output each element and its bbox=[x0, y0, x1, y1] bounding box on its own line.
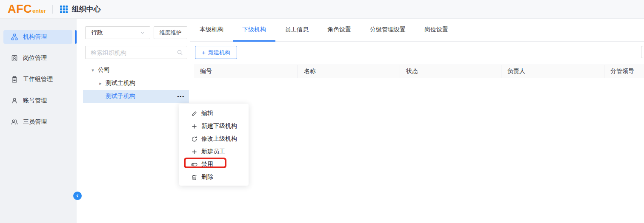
caret-right-icon[interactable]: ▸ bbox=[98, 81, 103, 86]
partial-input-right[interactable] bbox=[641, 46, 644, 58]
org-tree-panel: 行政 维度维护 ▾公司▸测试主机构测试子机构••• bbox=[77, 19, 190, 223]
plus-icon bbox=[191, 149, 197, 155]
search-icon[interactable] bbox=[177, 49, 183, 56]
tab-bar: 本级机构下级机构员工信息角色设置分级管理设置岗位设置 bbox=[190, 19, 644, 42]
sidebar-item-three-role-management[interactable]: 三员管理 bbox=[3, 115, 72, 129]
table-header-row: 编号名称状态负责人分管领导 bbox=[194, 65, 644, 78]
tree-node-label: 测试主机构 bbox=[106, 79, 135, 87]
sidebar-item-label: 岗位管理 bbox=[23, 54, 47, 62]
plus-icon bbox=[191, 123, 197, 130]
logo-suffix-text: enter bbox=[32, 8, 46, 14]
tree-node-company[interactable]: ▾公司 bbox=[83, 64, 189, 76]
dimension-maintain-button[interactable]: 维度维护 bbox=[154, 26, 187, 39]
new-org-button[interactable]: + 新建机构 bbox=[195, 46, 237, 59]
toolbar: + 新建机构 bbox=[190, 46, 644, 59]
org-search-input[interactable] bbox=[86, 49, 174, 56]
org-search-box[interactable] bbox=[85, 46, 187, 59]
menu-item-label: 禁用 bbox=[201, 161, 213, 168]
tab-label: 下级机构 bbox=[242, 26, 266, 34]
tree-node-label: 测试子机构 bbox=[106, 93, 135, 100]
tab-label: 员工信息 bbox=[285, 26, 309, 34]
tab-label: 岗位设置 bbox=[424, 26, 448, 34]
logo-text: AFC bbox=[8, 3, 32, 15]
collapse-panel-button[interactable] bbox=[73, 192, 82, 200]
menu-item-delete[interactable]: 删除 bbox=[179, 171, 249, 183]
tab-sub-org[interactable]: 下级机构 bbox=[233, 19, 275, 42]
column-header-4: 分管领导 bbox=[604, 65, 644, 78]
sidebar-item-position-management[interactable]: 岗位管理 bbox=[3, 51, 72, 65]
sidebar: 机构管理岗位管理工作组管理账号管理三员管理 bbox=[0, 19, 77, 223]
menu-item-edit[interactable]: 编辑 bbox=[179, 107, 249, 120]
sidebar-item-label: 账号管理 bbox=[23, 97, 47, 104]
dimension-select-value: 行政 bbox=[91, 29, 103, 37]
menu-item-new-sub-org[interactable]: 新建下级机构 bbox=[179, 120, 249, 133]
tab-position-settings[interactable]: 岗位设置 bbox=[415, 19, 458, 42]
position-icon bbox=[11, 55, 18, 62]
menu-item-change-parent-org[interactable]: 修改上级机构 bbox=[179, 133, 249, 145]
apps-grid-icon[interactable] bbox=[60, 6, 68, 13]
tree-node-test-sub-org[interactable]: 测试子机构••• bbox=[83, 90, 189, 103]
chevron-down-icon bbox=[140, 30, 146, 36]
new-org-button-label: 新建机构 bbox=[208, 49, 230, 56]
sync-icon bbox=[191, 136, 197, 142]
column-header-2: 状态 bbox=[400, 65, 501, 78]
column-header-1: 名称 bbox=[298, 65, 400, 78]
sidebar-item-account-management[interactable]: 账号管理 bbox=[3, 94, 72, 107]
tree-node-context-menu: 编辑新建下级机构修改上级机构新建员工禁用删除 bbox=[179, 104, 249, 186]
organization-center-page: AFC enter 组织中心 机构管理岗位管理工作组管理账号管理三员管理 行政 … bbox=[0, 0, 644, 223]
tab-label: 本级机构 bbox=[200, 26, 223, 34]
menu-item-label: 删除 bbox=[201, 173, 213, 181]
tree-node-label: 公司 bbox=[98, 66, 110, 74]
team-icon bbox=[11, 119, 18, 125]
column-header-0: 编号 bbox=[194, 65, 298, 78]
header-divider bbox=[52, 5, 53, 14]
menu-item-new-employee[interactable]: 新建员工 bbox=[179, 145, 249, 158]
disable-icon bbox=[191, 161, 197, 168]
dimension-select[interactable]: 行政 bbox=[85, 26, 150, 39]
org-tree-icon bbox=[11, 34, 18, 40]
menu-item-label: 修改上级机构 bbox=[201, 135, 237, 143]
edit-icon bbox=[191, 110, 197, 117]
tab-label: 角色设置 bbox=[327, 26, 351, 34]
tab-label: 分级管理设置 bbox=[370, 26, 406, 34]
caret-down-icon[interactable]: ▾ bbox=[91, 68, 95, 73]
tab-role-settings[interactable]: 角色设置 bbox=[318, 19, 361, 42]
sidebar-item-label: 工作组管理 bbox=[23, 76, 53, 83]
menu-item-label: 新建下级机构 bbox=[201, 122, 237, 130]
dimension-row: 行政 维度维护 bbox=[85, 26, 187, 39]
sidebar-item-workgroup-management[interactable]: 工作组管理 bbox=[3, 73, 72, 86]
tab-employee-info[interactable]: 员工信息 bbox=[275, 19, 318, 42]
column-header-3: 负责人 bbox=[501, 65, 604, 78]
menu-item-label: 新建员工 bbox=[201, 148, 225, 155]
more-actions-icon[interactable]: ••• bbox=[177, 94, 189, 99]
workgroup-icon bbox=[11, 76, 18, 83]
sidebar-item-label: 三员管理 bbox=[23, 118, 47, 126]
sidebar-item-org-management[interactable]: 机构管理 bbox=[3, 30, 72, 44]
app-logo[interactable]: AFC enter bbox=[8, 3, 46, 15]
page-title: 组织中心 bbox=[72, 4, 101, 14]
org-tree: ▾公司▸测试主机构测试子机构••• bbox=[77, 64, 190, 103]
account-icon bbox=[11, 97, 18, 104]
tab-hierarchy-settings[interactable]: 分级管理设置 bbox=[361, 19, 415, 42]
menu-item-label: 编辑 bbox=[201, 110, 213, 117]
main-content: 本级机构下级机构员工信息角色设置分级管理设置岗位设置 + 新建机构 编号名称状态… bbox=[190, 19, 644, 223]
delete-icon bbox=[191, 174, 197, 181]
tab-current-org[interactable]: 本级机构 bbox=[190, 19, 233, 42]
tree-node-test-main-org[interactable]: ▸测试主机构 bbox=[83, 77, 189, 90]
plus-icon: + bbox=[202, 49, 206, 56]
menu-item-disable[interactable]: 禁用 bbox=[179, 158, 249, 171]
app-header: AFC enter 组织中心 bbox=[0, 0, 644, 19]
sidebar-item-label: 机构管理 bbox=[23, 33, 47, 41]
